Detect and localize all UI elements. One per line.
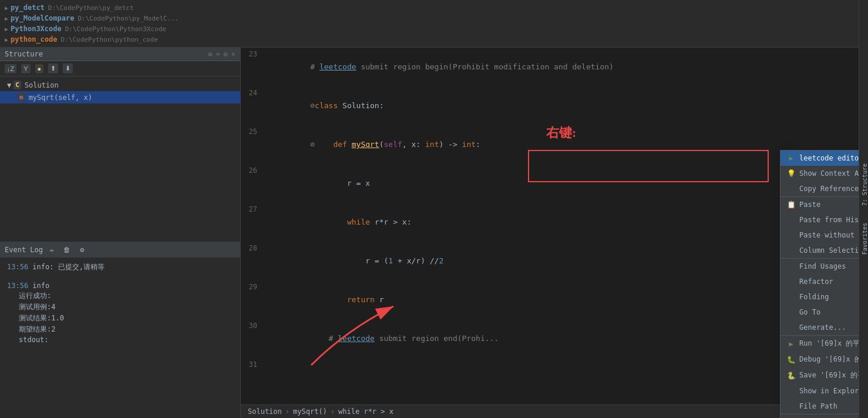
folding-icon xyxy=(786,292,796,302)
ctx-generate[interactable]: Generate... Alt+Insert xyxy=(780,320,868,335)
ctx-show-explorer[interactable]: Show in Explorer xyxy=(780,383,868,399)
structure-tree: ▼ C Solution m mySqrt(self, x) xyxy=(0,76,240,242)
edit-icon[interactable]: ✏ xyxy=(48,245,56,255)
ctx-save-file[interactable]: 🐍 Save '[69]x 的平方根' xyxy=(780,367,868,383)
ctx-label: Save '[69]x 的平方根' xyxy=(799,370,868,380)
main-area: Structure ≡ ≈ ⚙ × ↓Z Y ● ⬆ ⬇ ▼ C Solutio… xyxy=(0,48,868,418)
breadcrumb-method[interactable]: mySqrt() xyxy=(293,407,327,416)
ctx-item-left: 🐍 Save '[69]x 的平方根' xyxy=(786,370,868,380)
log-sub-entry: 运行成功: xyxy=(7,291,233,301)
folder-name: py_ModelCompare xyxy=(11,14,74,22)
ctx-label: Paste from History... xyxy=(799,216,868,224)
ctx-label: File Path xyxy=(799,402,837,410)
ctx-paste-history[interactable]: Paste from History... Ctrl+Shift+V xyxy=(780,212,868,228)
ctx-item-left: File Path xyxy=(786,402,837,411)
sort-alpha-btn[interactable]: ↓Z xyxy=(5,64,16,73)
sort-icon[interactable]: ≡ xyxy=(208,50,212,58)
structure-title: Structure xyxy=(5,50,43,58)
line-content: ⊘ def mySqrt(self, x: int) -> int: xyxy=(264,125,868,164)
ctx-item-left: ▶ leetcode editor menu xyxy=(786,153,868,163)
code-line-25: 25 ⊘ def mySqrt(self, x: int) -> int: xyxy=(241,125,868,164)
ctx-item-left: Generate... xyxy=(786,323,846,332)
debug-icon: 🐛 xyxy=(786,355,796,365)
breadcrumb-while[interactable]: while r*r > x xyxy=(338,407,393,416)
file-tree: ▶ py_detct D:\CodePython\py_detct ▶ py_M… xyxy=(0,0,868,48)
line-content: ⊘class Solution: xyxy=(264,86,868,125)
file-tree-item[interactable]: ▶ py_detct D:\CodePython\py_detct xyxy=(0,2,868,13)
folder-name: Python3Xcode xyxy=(11,25,62,33)
ctx-paste-no-format[interactable]: Paste without Formatting Ctrl+Alt+Shift+… xyxy=(780,228,868,243)
paste-history-icon xyxy=(786,215,796,225)
favorites-tab-label[interactable]: Favorites xyxy=(859,220,868,257)
editor-area: 23 # leetcode submit region begin(Prohib… xyxy=(241,48,868,418)
collapse-btn[interactable]: ⬇ xyxy=(63,63,73,73)
code-editor[interactable]: 23 # leetcode submit region begin(Prohib… xyxy=(241,48,868,404)
circle-btn[interactable]: ● xyxy=(35,64,44,73)
ctx-label: Folding xyxy=(799,293,829,301)
tree-item-solution[interactable]: ▼ C Solution xyxy=(0,79,240,91)
ctx-column-selection[interactable]: Column Selection Mode Alt+Shift+Insert xyxy=(780,243,868,258)
code-line-27: 27 while r*r > x: xyxy=(241,203,868,242)
structure-tab-label[interactable]: 7: Structure xyxy=(859,161,868,208)
ctx-item-left: Show in Explorer xyxy=(786,386,867,396)
ctx-copy-reference[interactable]: Copy Reference Ctrl+Alt+Shift+C xyxy=(780,181,868,196)
ctx-paste[interactable]: 📋 Paste Ctrl+V xyxy=(780,196,868,212)
ctx-label: Generate... xyxy=(799,323,846,332)
ctx-item-left: ▶ Run '[69]x 的平方根' xyxy=(786,339,868,349)
ctx-item-left: Go To xyxy=(786,307,820,317)
context-menu: ▶ leetcode editor menu ▶ ▶ Run Code ☑ Te… xyxy=(780,150,868,418)
generate-icon xyxy=(786,323,796,332)
line-content: r = x xyxy=(264,164,868,203)
code-line-26: 26 r = x xyxy=(241,164,868,203)
code-line-31: 31 xyxy=(241,358,868,371)
ctx-show-context-actions[interactable]: 💡 Show Context Actions Alt+Enter xyxy=(780,166,868,181)
ctx-run-file[interactable]: ▶ Run '[69]x 的平方根' Ctrl+Shift+F10 xyxy=(780,335,868,352)
ctx-label: Show Context Actions xyxy=(799,169,868,178)
paste-icon: 📋 xyxy=(786,200,796,209)
file-tree-item[interactable]: ▶ Python3Xcode D:\CodePython\Python3Xcod… xyxy=(0,24,868,34)
ctx-item-left: 💡 Show Context Actions xyxy=(786,169,868,178)
filepath-icon xyxy=(786,402,796,411)
ctx-label: Refactor xyxy=(799,277,833,286)
ctx-label: Run '[69]x 的平方根' xyxy=(799,339,868,349)
line-content: # leetcode submit region begin(Prohibit … xyxy=(264,48,868,86)
structure-header: Structure ≡ ≈ ⚙ × xyxy=(0,48,240,61)
ctx-leetcode-editor-menu[interactable]: ▶ leetcode editor menu ▶ ▶ Run Code ☑ Te… xyxy=(780,151,868,166)
log-entry: 13:56 info xyxy=(7,282,233,290)
structure-icons: ≡ ≈ ⚙ × xyxy=(208,50,235,58)
class-icon: C xyxy=(14,81,21,89)
clear-icon[interactable]: 🗑 xyxy=(61,245,73,255)
settings-icon[interactable]: ⚙ xyxy=(224,50,228,58)
expand-btn[interactable]: ⬆ xyxy=(48,63,58,73)
close-icon[interactable]: × xyxy=(231,50,235,58)
sidebar: Structure ≡ ≈ ⚙ × ↓Z Y ● ⬆ ⬇ ▼ C Solutio… xyxy=(0,48,241,418)
folder-path: D:\CodePython\py_detct xyxy=(48,4,134,12)
file-tree-item[interactable]: ▶ python_code D:\CodePython\python_code xyxy=(0,34,868,45)
find-icon xyxy=(786,262,796,271)
breadcrumb: Solution › mySqrt() › while r*r > x xyxy=(241,404,868,418)
ctx-item-left: Refactor xyxy=(786,277,833,286)
file-tree-item[interactable]: ▶ py_ModelCompare D:\CodePython\py_Model… xyxy=(0,13,868,24)
ctx-debug-file[interactable]: 🐛 Debug '[69]x 的平方根' xyxy=(780,352,868,367)
ctx-item-left: Find Usages xyxy=(786,262,846,271)
refactor-icon xyxy=(786,277,796,286)
ctx-item-left: Column Selection Mode xyxy=(786,246,868,255)
method-name: mySqrt(self, x) xyxy=(29,93,92,102)
ctx-folding[interactable]: Folding ▶ xyxy=(780,289,868,305)
folder-path: D:\CodePython\python_code xyxy=(61,36,159,44)
line-content: return r xyxy=(264,280,868,319)
code-line-23: 23 # leetcode submit region begin(Prohib… xyxy=(241,48,868,86)
ctx-find-usages[interactable]: Find Usages Alt+F7 xyxy=(780,258,868,274)
tree-item-mysqrt[interactable]: m mySqrt(self, x) xyxy=(0,91,240,103)
ctx-file-path[interactable]: File Path Ctrl+Alt+F12 xyxy=(780,399,868,414)
filter-btn[interactable]: Y xyxy=(21,64,30,73)
ctx-open-terminal[interactable]: ⊞ Open in Terminal xyxy=(780,414,868,418)
goto-icon xyxy=(786,307,796,317)
breadcrumb-solution[interactable]: Solution xyxy=(248,407,282,416)
ctx-refactor[interactable]: Refactor ▶ xyxy=(780,274,868,289)
ctx-go-to[interactable]: Go To ▶ xyxy=(780,305,868,320)
ctx-label: Show in Explorer xyxy=(799,387,867,395)
settings-icon[interactable]: ⚙ xyxy=(78,245,86,255)
ctx-label: Paste without Formatting xyxy=(799,231,868,239)
filter-icon[interactable]: ≈ xyxy=(216,50,220,58)
